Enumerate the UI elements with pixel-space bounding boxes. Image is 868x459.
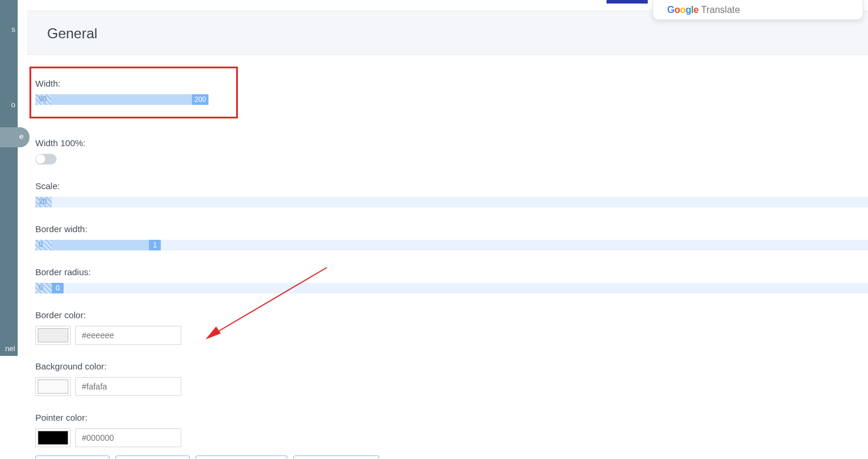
width-slider[interactable]: 90 200 (35, 94, 208, 105)
border-color-label: Border color: (35, 310, 868, 320)
background-color-label: Background color: (35, 361, 868, 371)
header-button-fragment[interactable] (607, 0, 648, 4)
sidebar-item-fragment[interactable]: nel (5, 344, 15, 353)
slider-min-zone (35, 240, 52, 250)
slider-fill (52, 240, 149, 250)
border-color-swatch[interactable] (35, 326, 71, 345)
border-width-label: Border width: (35, 224, 868, 234)
button-fragment[interactable] (35, 455, 110, 459)
slider-fill (52, 94, 193, 105)
slider-min-label: 0 (39, 283, 43, 292)
pointer-color-swatch[interactable] (35, 428, 71, 447)
slider-thumb[interactable]: 1 (149, 240, 161, 250)
slider-thumb[interactable]: 0 (52, 283, 64, 293)
button-fragment[interactable] (196, 455, 287, 459)
width100-label: Width 100%: (35, 138, 868, 148)
scale-slider[interactable]: 20 (35, 197, 868, 207)
border-radius-slider[interactable]: 0 0 (35, 283, 868, 293)
sidebar-item-active[interactable]: e (0, 127, 29, 147)
button-fragment[interactable] (115, 455, 190, 459)
bottom-buttons-row (35, 455, 379, 459)
google-translate-popup[interactable]: Google Translate (652, 0, 863, 20)
slider-min-label: 0 (39, 240, 43, 249)
slider-min-label: 90 (39, 95, 47, 103)
scale-label: Scale: (35, 181, 868, 191)
width-label: Width: (35, 78, 233, 88)
border-width-slider[interactable]: 0 1 (35, 240, 868, 250)
swatch-inner (38, 328, 68, 342)
sidebar-item-fragment[interactable]: o (11, 100, 15, 109)
pointer-color-input[interactable] (75, 428, 181, 447)
pointer-color-label: Pointer color: (35, 412, 868, 422)
sidebar-item-label: e (19, 132, 24, 141)
border-radius-label: Border radius: (35, 267, 868, 277)
background-color-swatch[interactable] (35, 377, 71, 396)
background-color-input[interactable] (75, 377, 181, 396)
toggle-knob (36, 154, 45, 164)
settings-form: Width: 90 200 Width 100%: Scale: 20 Bord… (27, 55, 868, 459)
swatch-inner (38, 431, 68, 445)
sidebar: s o nel (0, 0, 18, 356)
google-translate-label: Google Translate (667, 5, 740, 15)
width100-toggle[interactable] (35, 154, 57, 164)
sidebar-item-fragment[interactable]: s (12, 25, 16, 34)
slider-thumb[interactable]: 200 (192, 94, 208, 105)
slider-min-label: 20 (39, 197, 47, 206)
button-fragment[interactable] (293, 455, 379, 459)
slider-min-zone (35, 283, 52, 293)
swatch-inner (38, 379, 68, 394)
border-color-input[interactable] (75, 326, 181, 345)
